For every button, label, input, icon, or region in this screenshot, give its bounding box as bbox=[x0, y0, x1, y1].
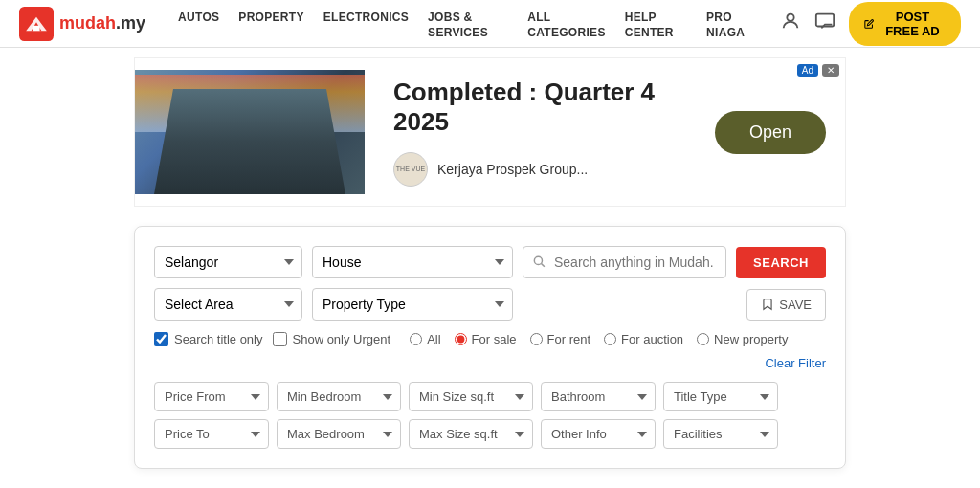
facilities-dropdown[interactable]: Facilities bbox=[663, 419, 778, 449]
save-button[interactable]: SAVE bbox=[746, 289, 826, 321]
ad-building-shape bbox=[154, 89, 345, 194]
post-ad-button[interactable]: POST FREE AD bbox=[849, 2, 961, 46]
logo-text: mudah.my bbox=[59, 13, 145, 33]
nav-all[interactable]: ALL CATEGORIES bbox=[527, 11, 605, 39]
radio-new-label[interactable]: New property bbox=[697, 332, 788, 346]
navbar: mudah.my AUTOS PROPERTY ELECTRONICS JOBS… bbox=[0, 0, 980, 48]
search-title-only-label[interactable]: Search title only bbox=[154, 332, 263, 346]
edit-icon bbox=[864, 17, 874, 31]
nav-property[interactable]: PROPERTY bbox=[238, 11, 303, 24]
ad-company-name: Kerjaya Prospek Group... bbox=[437, 162, 588, 177]
svg-rect-1 bbox=[33, 25, 39, 30]
radio-rent[interactable] bbox=[530, 333, 543, 345]
search-icon bbox=[532, 255, 546, 271]
other-info-dropdown[interactable]: Other Info bbox=[541, 419, 656, 449]
account-icon-btn[interactable] bbox=[780, 11, 801, 36]
ad-logo-area: THE VUE Kerjaya Prospek Group... bbox=[393, 152, 686, 187]
type-select[interactable]: House Condominium Apartment Land bbox=[312, 246, 513, 278]
radio-all-label[interactable]: All bbox=[410, 332, 440, 346]
title-type-dropdown[interactable]: Title Type bbox=[663, 382, 778, 411]
radio-new[interactable] bbox=[697, 333, 709, 345]
ad-title: Completed : Quarter 4 2025 bbox=[393, 78, 686, 137]
ad-text-area: Completed : Quarter 4 2025 THE VUE Kerja… bbox=[365, 58, 715, 206]
ad-company-logo: THE VUE bbox=[393, 152, 428, 187]
proptype-select[interactable]: Property Type For Sale For Rent bbox=[312, 288, 513, 321]
bathroom-dropdown[interactable]: Bathroom bbox=[541, 382, 656, 411]
search-row-1: Selangor Kuala Lumpur Johor Penang House… bbox=[154, 246, 826, 278]
nav-jobs[interactable]: JOBS & SERVICES bbox=[428, 11, 488, 39]
ad-close-button[interactable]: ✕ bbox=[822, 64, 839, 77]
ad-open-button[interactable]: Open bbox=[715, 111, 826, 154]
search-button[interactable]: SEARCH bbox=[736, 247, 826, 278]
search-row-3: Search title only Show only Urgent All F… bbox=[154, 332, 826, 370]
chat-icon bbox=[814, 11, 835, 32]
radio-rent-label[interactable]: For rent bbox=[530, 332, 591, 346]
radio-sale-label[interactable]: For sale bbox=[455, 332, 517, 346]
max-bedroom-dropdown[interactable]: Max Bedroom bbox=[277, 419, 401, 449]
radio-auction-label[interactable]: For auction bbox=[604, 332, 683, 346]
region-select[interactable]: Selangor Kuala Lumpur Johor Penang bbox=[154, 246, 302, 278]
messages-icon-btn[interactable] bbox=[814, 11, 835, 36]
max-size-dropdown[interactable]: Max Size sq.ft bbox=[409, 419, 533, 449]
price-to-dropdown[interactable]: Price To bbox=[154, 419, 269, 449]
bookmark-icon bbox=[761, 298, 774, 311]
search-filter-row-1: Price From Min Bedroom Min Size sq.ft Ba… bbox=[154, 382, 826, 411]
area-select[interactable]: Select Area Petaling Jaya Shah Alam Suba… bbox=[154, 288, 302, 321]
nav-right: POST FREE AD bbox=[780, 2, 961, 46]
search-input-wrap bbox=[523, 246, 726, 278]
clear-filter-link[interactable]: Clear Filter bbox=[765, 356, 826, 370]
search-filter-row-2: Price To Max Bedroom Max Size sq.ft Othe… bbox=[154, 419, 826, 449]
show-urgent-label[interactable]: Show only Urgent bbox=[273, 332, 391, 346]
main-content: Completed : Quarter 4 2025 THE VUE Kerja… bbox=[0, 48, 980, 488]
radio-auction[interactable] bbox=[604, 333, 616, 345]
search-input[interactable] bbox=[523, 246, 726, 278]
svg-point-2 bbox=[787, 14, 793, 21]
logo[interactable]: mudah.my bbox=[19, 7, 145, 41]
price-from-dropdown[interactable]: Price From bbox=[154, 382, 269, 411]
min-bedroom-dropdown[interactable]: Min Bedroom bbox=[277, 382, 401, 411]
min-size-dropdown[interactable]: Min Size sq.ft bbox=[409, 382, 533, 411]
nav-help[interactable]: HELP CENTER bbox=[625, 11, 674, 39]
search-container: Selangor Kuala Lumpur Johor Penang House… bbox=[134, 226, 846, 469]
nav-links: AUTOS PROPERTY ELECTRONICS JOBS & SERVIC… bbox=[178, 9, 757, 39]
ad-banner: Completed : Quarter 4 2025 THE VUE Kerja… bbox=[134, 57, 846, 207]
nav-autos[interactable]: AUTOS bbox=[178, 11, 219, 24]
ad-ad-label[interactable]: Ad bbox=[797, 64, 818, 77]
listing-type-radio-group: All For sale For rent For auction New pr… bbox=[410, 332, 788, 346]
radio-sale[interactable] bbox=[455, 333, 467, 345]
search-row-2: Select Area Petaling Jaya Shah Alam Suba… bbox=[154, 288, 826, 321]
person-icon bbox=[780, 11, 801, 32]
radio-all[interactable] bbox=[410, 333, 422, 345]
ad-corner-buttons: Ad ✕ bbox=[797, 64, 839, 77]
ad-image bbox=[135, 70, 365, 194]
svg-line-5 bbox=[542, 263, 545, 266]
logo-icon bbox=[19, 7, 54, 41]
nav-electronics[interactable]: ELECTRONICS bbox=[323, 11, 409, 24]
search-title-only-checkbox[interactable] bbox=[154, 332, 168, 346]
show-urgent-checkbox[interactable] bbox=[273, 332, 287, 346]
svg-point-4 bbox=[534, 256, 542, 264]
nav-pro[interactable]: PRO NIAGA bbox=[706, 11, 745, 39]
